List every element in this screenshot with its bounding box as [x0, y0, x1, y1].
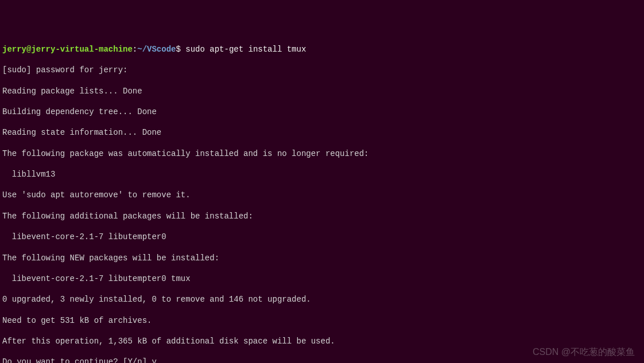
- output-line: Building dependency tree... Done: [2, 107, 642, 117]
- output-line: The following NEW packages will be insta…: [2, 253, 642, 263]
- command-text: sudo apt-get install tmux: [185, 45, 306, 54]
- prompt-colon: :: [133, 45, 137, 54]
- output-line: Reading state information... Done: [2, 127, 642, 138]
- output-line: Reading package lists... Done: [2, 86, 642, 96]
- output-line: Do you want to continue? [Y/n] y: [2, 357, 642, 363]
- output-line: libllvm13: [2, 169, 642, 179]
- prompt-path: ~/VScode: [137, 45, 176, 54]
- output-line: Use 'sudo apt autoremove' to remove it.: [2, 190, 642, 200]
- output-line: 0 upgraded, 3 newly installed, 0 to remo…: [2, 294, 642, 305]
- output-line: libevent-core-2.1-7 libutempter0: [2, 232, 642, 242]
- output-line: After this operation, 1,365 kB of additi…: [2, 336, 642, 346]
- output-line: libevent-core-2.1-7 libutempter0 tmux: [2, 274, 642, 284]
- output-line: [sudo] password for jerry:: [2, 65, 642, 75]
- prompt-line: jerry@jerry-virtual-machine:~/VScode$ su…: [2, 44, 642, 54]
- output-line: The following package was automatically …: [2, 149, 642, 159]
- output-line: The following additional packages will b…: [2, 211, 642, 221]
- prompt-user: jerry@jerry-virtual-machine: [2, 45, 133, 54]
- prompt-dollar: $: [176, 45, 185, 54]
- output-line: Need to get 531 kB of archives.: [2, 315, 642, 326]
